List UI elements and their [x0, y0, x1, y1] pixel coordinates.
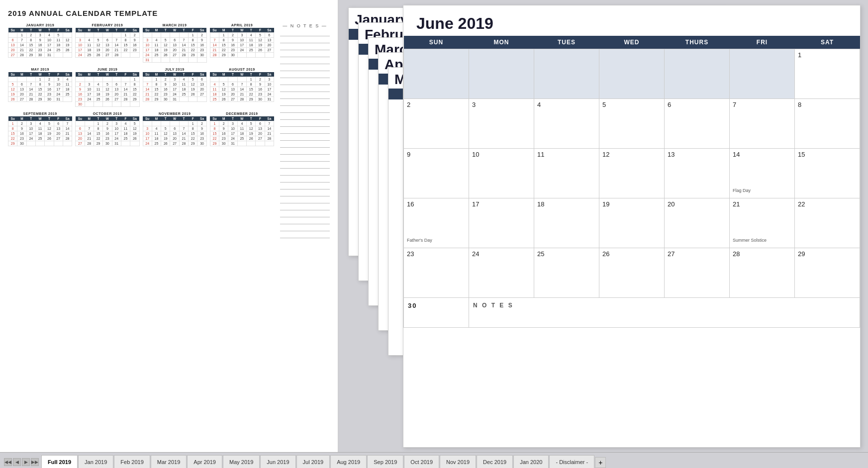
mini-cal-2[interactable]: MARCH 2019SuMTWTFSa123456789101112131415… [143, 23, 207, 63]
june-cell-29[interactable]: 29 [795, 248, 860, 298]
mini-cal-day[interactable]: 4 [85, 38, 94, 43]
june-cell-12[interactable]: 12 [599, 149, 665, 198]
mini-cal-day[interactable]: 24 [170, 92, 179, 97]
mini-cal-day[interactable]: 8 [35, 82, 44, 87]
mini-cal-day[interactable]: 9 [219, 126, 228, 131]
tab-nov-2019[interactable]: Nov 2019 [440, 455, 476, 468]
mini-cal-day[interactable]: 22 [130, 92, 139, 97]
mini-cal-day[interactable]: 4 [210, 82, 219, 87]
mini-cal-day[interactable]: 3 [85, 82, 94, 87]
june-cell-28[interactable]: 28 [730, 248, 795, 298]
mini-cal-day[interactable]: 28 [112, 53, 121, 58]
mini-cal-day[interactable]: 19 [63, 43, 72, 48]
mini-cal-day[interactable]: 11 [94, 87, 102, 92]
mini-cal-day[interactable]: 7 [179, 38, 188, 43]
mini-cal-day[interactable]: 21 [85, 136, 94, 141]
mini-cal-day[interactable]: 14 [26, 87, 35, 92]
mini-cal-day[interactable]: 13 [17, 87, 26, 92]
mini-cal-day[interactable]: 25 [237, 136, 246, 141]
mini-cal-day[interactable]: 17 [170, 87, 179, 92]
mini-cal-day[interactable]: 27 [8, 53, 17, 58]
mini-cal-day[interactable]: 27 [76, 141, 85, 146]
mini-cal-day[interactable]: 28 [85, 141, 94, 146]
mini-cal-day[interactable]: 18 [85, 48, 94, 53]
mini-cal-day[interactable]: 12 [45, 126, 54, 131]
mini-cal-day[interactable]: 16 [45, 87, 54, 92]
tab-sep-2019[interactable]: Sep 2019 [367, 455, 403, 468]
mini-cal-day[interactable]: 12 [256, 38, 265, 43]
mini-cal-day[interactable]: 17 [54, 87, 63, 92]
mini-cal-day[interactable]: 5 [45, 121, 54, 126]
mini-cal-day[interactable]: 22 [35, 92, 44, 97]
mini-cal-day[interactable]: 15 [189, 43, 197, 48]
mini-cal-day[interactable]: 30 [256, 97, 265, 102]
mini-cal-day[interactable]: 4 [179, 77, 188, 82]
mini-cal-day[interactable]: 27 [103, 53, 112, 58]
mini-cal-day[interactable]: 13 [170, 131, 179, 136]
mini-cal-day[interactable]: 23 [197, 48, 206, 53]
mini-cal-day[interactable]: 1 [152, 77, 161, 82]
mini-cal-day[interactable]: 29 [247, 97, 256, 102]
mini-cal-day[interactable]: 7 [143, 82, 152, 87]
mini-cal-day[interactable]: 3 [35, 33, 44, 38]
mini-cal-day[interactable]: 20 [170, 48, 179, 53]
june-cell-1[interactable]: 1 [795, 49, 860, 99]
mini-cal-day[interactable]: 29 [130, 97, 139, 102]
mini-cal-day[interactable]: 16 [197, 131, 206, 136]
tab-apr-2019[interactable]: Apr 2019 [187, 455, 222, 468]
mini-cal-day[interactable]: 20 [8, 48, 17, 53]
mini-cal-day[interactable]: 17 [143, 48, 152, 53]
june-cell-8[interactable]: 8 [795, 99, 860, 149]
mini-cal-day[interactable]: 1 [247, 77, 256, 82]
mini-cal-day[interactable]: 1 [130, 77, 139, 82]
mini-cal-day[interactable]: 6 [54, 121, 63, 126]
mini-cal-day[interactable]: 5 [219, 82, 228, 87]
mini-cal-day[interactable]: 5 [103, 82, 112, 87]
mini-cal-day[interactable]: 14 [210, 43, 219, 48]
mini-cal-day[interactable]: 27 [197, 92, 206, 97]
mini-cal-day[interactable]: 6 [103, 38, 112, 43]
mini-cal-day[interactable]: 5 [54, 33, 63, 38]
mini-cal-5[interactable]: JUNE 2019SuMTWTFSa1234567891011121314151… [75, 68, 139, 107]
mini-cal-day[interactable]: 29 [189, 141, 197, 146]
mini-cal-day[interactable]: 15 [189, 131, 197, 136]
mini-cal-day[interactable]: 28 [237, 97, 246, 102]
tab-jun-2019[interactable]: Jun 2019 [260, 455, 295, 468]
mini-cal-day[interactable]: 9 [103, 126, 112, 131]
mini-cal-day[interactable]: 22 [152, 92, 161, 97]
mini-cal-day[interactable]: 15 [210, 131, 219, 136]
mini-cal-day[interactable]: 25 [179, 92, 188, 97]
mini-cal-day[interactable]: 10 [76, 43, 85, 48]
mini-cal-day[interactable]: 10 [143, 43, 152, 48]
mini-cal-day[interactable]: 19 [256, 43, 265, 48]
mini-cal-day[interactable]: 14 [17, 43, 26, 48]
mini-cal-day[interactable]: 11 [152, 131, 161, 136]
mini-cal-day[interactable]: 2 [45, 77, 54, 82]
mini-cal-day[interactable]: 23 [197, 136, 206, 141]
mini-cal-day[interactable]: 7 [26, 82, 35, 87]
tab-nav-prev[interactable]: ◀ [13, 458, 21, 466]
mini-cal-day[interactable]: 31 [54, 97, 63, 102]
mini-cal-day[interactable]: 18 [210, 92, 219, 97]
mini-cal-day[interactable]: 23 [76, 97, 85, 102]
mini-cal-day[interactable]: 14 [112, 43, 121, 48]
mini-cal-day[interactable]: 1 [219, 33, 228, 38]
june-cell-9[interactable]: 9 [404, 149, 469, 198]
mini-cal-day[interactable]: 9 [256, 82, 265, 87]
mini-cal-day[interactable]: 15 [121, 43, 130, 48]
tab-jan-2020[interactable]: Jan 2020 [513, 455, 549, 468]
mini-cal-day[interactable]: 12 [103, 87, 112, 92]
mini-cal-day[interactable]: 6 [8, 38, 17, 43]
mini-cal-day[interactable]: 11 [237, 126, 246, 131]
mini-cal-day[interactable]: 18 [54, 43, 63, 48]
mini-cal-day[interactable]: 18 [35, 131, 44, 136]
mini-cal-day[interactable]: 19 [103, 92, 112, 97]
mini-cal-day[interactable]: 10 [228, 126, 237, 131]
mini-cal-day[interactable]: 26 [247, 136, 256, 141]
mini-cal-day[interactable]: 8 [210, 126, 219, 131]
mini-cal-day[interactable]: 22 [8, 136, 17, 141]
mini-cal-day[interactable]: 21 [112, 48, 121, 53]
mini-cal-day[interactable]: 12 [219, 87, 228, 92]
mini-cal-day[interactable]: 22 [219, 48, 228, 53]
mini-cal-day[interactable]: 13 [112, 87, 121, 92]
